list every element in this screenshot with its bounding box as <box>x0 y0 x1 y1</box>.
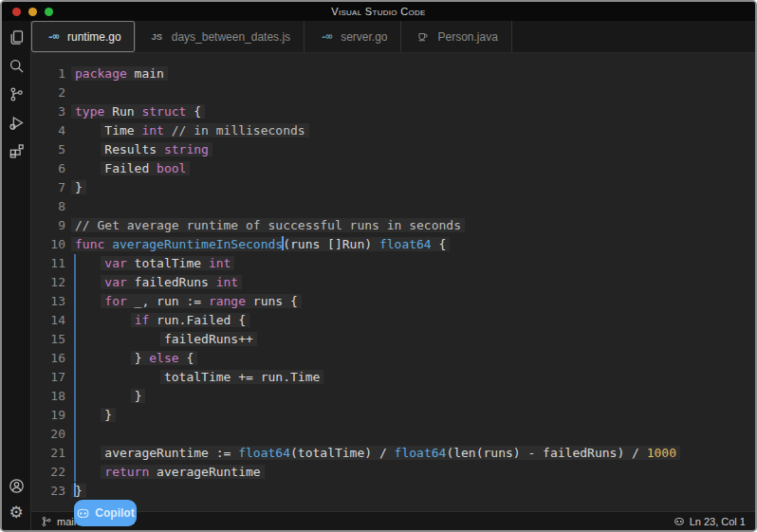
line-number: 1 <box>31 64 65 83</box>
title-bar: Visual Studio Code <box>2 2 755 21</box>
line-number: 2 <box>31 83 65 102</box>
line-number: 11 <box>31 254 65 273</box>
js-file-icon: JS <box>149 32 165 42</box>
code-line-6[interactable]: 6 Failed bool <box>31 159 755 178</box>
code-line-3[interactable]: 3type Run struct { <box>31 102 755 121</box>
copilot-badge[interactable]: Copilot <box>74 500 137 526</box>
explorer-icon[interactable] <box>8 28 25 46</box>
source-control-icon[interactable] <box>8 85 25 102</box>
code-line-4[interactable]: 4 Time int // in milliseconds <box>31 121 755 140</box>
close-window-button[interactable] <box>12 8 21 16</box>
line-number: 6 <box>31 159 65 178</box>
code-line-22[interactable]: 22 return averageRuntime <box>31 463 755 482</box>
tab-bar: -∞runtime.goJSdays_between_dates.js-∞ser… <box>31 21 755 53</box>
line-number: 21 <box>31 444 65 463</box>
code-line-16[interactable]: 16 } else { <box>31 349 755 368</box>
tab-label: server.go <box>341 30 387 44</box>
code-line-9[interactable]: 9// Get average runtime of successful ru… <box>31 216 755 235</box>
copilot-badge-label: Copilot <box>95 506 134 520</box>
line-number: 13 <box>31 292 65 311</box>
line-number: 15 <box>31 330 65 349</box>
code-line-11[interactable]: 11 var totalTime int <box>31 254 755 273</box>
line-number: 10 <box>31 235 65 254</box>
line-number: 23 <box>31 482 65 501</box>
window-title: Visual Studio Code <box>331 6 425 17</box>
cursor-position: Ln 23, Col 1 <box>690 516 746 527</box>
line-number: 9 <box>31 216 65 235</box>
code-line-2[interactable]: 2 <box>31 83 755 102</box>
code-line-10[interactable]: 10func averageRuntimeInSeconds(runs []Ru… <box>31 235 755 254</box>
search-icon[interactable] <box>8 57 25 74</box>
code-line-5[interactable]: 5 Results string <box>31 140 755 159</box>
line-number: 4 <box>31 121 65 140</box>
code-line-21[interactable]: 21 averageRuntime := float64(totalTime) … <box>31 444 755 463</box>
zoom-window-button[interactable] <box>45 8 53 16</box>
code-line-8[interactable]: 8 <box>31 197 755 216</box>
code-line-23[interactable]: 23} <box>31 482 755 501</box>
code-line-20[interactable]: 20 <box>31 425 755 444</box>
code-line-14[interactable]: 14 if run.Failed { <box>31 311 755 330</box>
code-line-17[interactable]: 17 totalTime += run.Time <box>31 368 755 387</box>
line-number: 5 <box>31 140 65 159</box>
settings-icon[interactable]: ⚙ <box>8 504 25 521</box>
traffic-lights <box>12 2 53 21</box>
line-number: 18 <box>31 387 65 406</box>
tab-server.go[interactable]: -∞server.go <box>305 21 401 52</box>
tab-runtime.go[interactable]: -∞runtime.go <box>31 21 136 52</box>
line-number: 8 <box>31 197 65 216</box>
line-number: 3 <box>31 102 65 121</box>
line-number: 19 <box>31 406 65 425</box>
vscode-window: Visual Studio Code ⚙ -∞runtime.goJSdays_… <box>0 0 757 532</box>
cursor-position-indicator[interactable]: Ln 23, Col 1 <box>674 516 746 527</box>
tab-Person.java[interactable]: Person.java <box>401 21 511 52</box>
activity-bar: ⚙ <box>2 21 31 530</box>
code-line-1[interactable]: 1package main <box>31 64 755 83</box>
account-icon[interactable] <box>8 477 25 494</box>
code-line-15[interactable]: 15 failedRuns++ <box>31 330 755 349</box>
go-file-icon: -∞ <box>318 31 334 42</box>
copilot-status-icon <box>674 516 685 527</box>
line-number: 16 <box>31 349 65 368</box>
java-file-icon <box>415 30 431 43</box>
minimize-window-button[interactable] <box>28 8 37 16</box>
code-line-13[interactable]: 13 for _, run := range runs { <box>31 292 755 311</box>
code-editor[interactable]: 1package main23type Run struct {4 Time i… <box>31 53 755 511</box>
tab-label: days_between_dates.js <box>172 30 290 44</box>
active-indent-guide <box>74 254 76 482</box>
git-branch-icon <box>41 516 52 527</box>
line-number: 17 <box>31 368 65 387</box>
line-number: 20 <box>31 425 65 444</box>
copilot-icon <box>76 506 90 521</box>
line-number: 7 <box>31 178 65 197</box>
tab-label: Person.java <box>437 30 497 44</box>
status-bar: main Ln 23, Col 1 <box>31 511 755 530</box>
tab-days_between_dates.js[interactable]: JSdays_between_dates.js <box>136 21 305 52</box>
code-line-7[interactable]: 7} <box>31 178 755 197</box>
line-number: 14 <box>31 311 65 330</box>
tab-label: runtime.go <box>67 30 121 44</box>
code-line-19[interactable]: 19 } <box>31 406 755 425</box>
code-line-12[interactable]: 12 var failedRuns int <box>31 273 755 292</box>
run-debug-icon[interactable] <box>8 114 25 131</box>
extensions-icon[interactable] <box>8 142 25 159</box>
code-line-18[interactable]: 18 } <box>31 387 755 406</box>
line-number: 12 <box>31 273 65 292</box>
go-file-icon: -∞ <box>45 31 61 42</box>
line-number: 22 <box>31 463 65 482</box>
